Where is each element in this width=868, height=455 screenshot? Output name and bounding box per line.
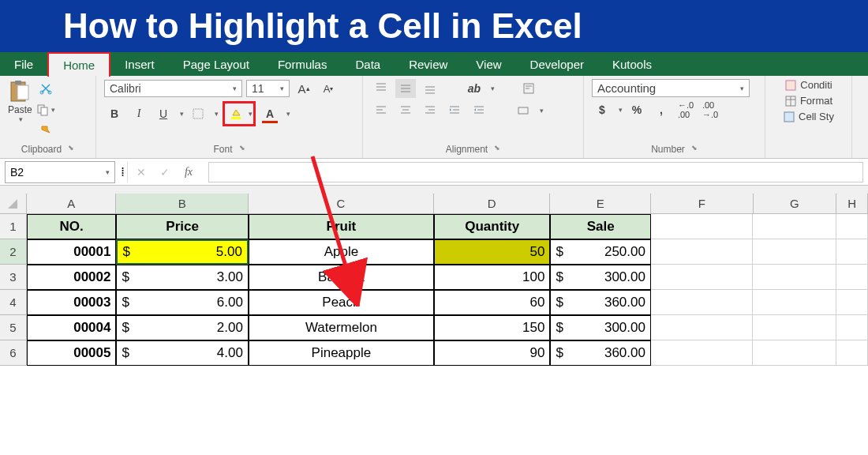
tab-insert[interactable]: Insert [110, 53, 169, 76]
currency-button[interactable]: $ [592, 100, 612, 119]
format-as-table-button[interactable]: Format [784, 95, 832, 107]
cell[interactable]: Apple [249, 239, 434, 265]
tab-review[interactable]: Review [395, 53, 462, 76]
fill-color-dropdown[interactable]: ▾ [249, 110, 253, 118]
cell[interactable]: Watermelon [249, 315, 434, 340]
row-header[interactable]: 2 [0, 239, 27, 265]
italic-button[interactable]: I [129, 104, 149, 123]
dialog-launcher-icon[interactable]: ⬊ [691, 144, 698, 155]
align-center-button[interactable] [395, 101, 416, 120]
cell[interactable]: 90 [434, 340, 550, 366]
font-size-combo[interactable]: 11▾ [246, 80, 290, 97]
cell[interactable] [836, 340, 868, 366]
cell[interactable] [651, 239, 754, 265]
cell[interactable]: Banana [249, 265, 434, 290]
cell[interactable]: 100 [434, 265, 550, 290]
orientation-button[interactable]: ab [464, 79, 485, 98]
increase-decimal-button[interactable]: ←.0.00 [675, 100, 696, 119]
cell[interactable] [651, 265, 754, 290]
column-header-d[interactable]: D [434, 194, 550, 214]
cell[interactable] [651, 214, 754, 239]
cell[interactable]: $300.00 [550, 265, 651, 290]
dialog-launcher-icon[interactable]: ⬊ [68, 144, 74, 155]
cell[interactable]: $250.00 [550, 239, 651, 265]
row-header[interactable]: 1 [0, 214, 27, 239]
align-right-button[interactable] [420, 101, 440, 120]
cell[interactable]: $300.00 [550, 315, 651, 340]
increase-indent-button[interactable] [469, 101, 489, 120]
decrease-font-button[interactable]: A▾ [318, 79, 339, 98]
cell[interactable] [753, 315, 836, 340]
underline-button[interactable]: U [153, 104, 174, 123]
tab-kutools[interactable]: Kutools [598, 53, 666, 76]
cell[interactable] [753, 239, 836, 265]
conditional-formatting-button[interactable]: Conditi [784, 79, 832, 92]
align-left-button[interactable] [371, 101, 391, 120]
tab-data[interactable]: Data [341, 53, 395, 76]
font-color-button[interactable]: A [260, 104, 280, 123]
cell[interactable]: 00004 [27, 315, 117, 340]
enter-formula-button[interactable]: ✓ [155, 163, 175, 182]
cell[interactable]: Price [116, 214, 248, 239]
column-header-c[interactable]: C [249, 194, 434, 214]
cell[interactable]: 150 [434, 315, 550, 340]
currency-dropdown[interactable]: ▾ [619, 106, 623, 114]
cell[interactable]: 00003 [27, 290, 117, 315]
column-header-e[interactable]: E [550, 194, 651, 214]
cell[interactable] [753, 214, 836, 239]
tab-home[interactable]: Home [47, 52, 110, 77]
cell[interactable]: 00002 [27, 265, 117, 290]
select-all-corner[interactable] [0, 194, 27, 214]
align-middle-button[interactable] [395, 79, 416, 98]
column-header-h[interactable]: H [836, 194, 868, 214]
dialog-launcher-icon[interactable]: ⬊ [494, 144, 500, 155]
cell[interactable]: $4.00 [116, 340, 248, 366]
cell[interactable]: $6.00 [116, 290, 248, 315]
merge-dropdown[interactable]: ▾ [540, 107, 544, 115]
cell[interactable] [836, 315, 868, 340]
orientation-dropdown[interactable]: ▾ [491, 85, 495, 92]
column-header-b[interactable]: B [116, 194, 248, 214]
merge-button[interactable] [513, 101, 533, 120]
dialog-launcher-icon[interactable]: ⬊ [239, 144, 245, 155]
cell[interactable] [836, 290, 868, 315]
font-name-combo[interactable]: Calibri▾ [104, 80, 242, 97]
row-header[interactable]: 6 [0, 340, 27, 366]
cell[interactable]: NO. [27, 214, 117, 239]
tab-view[interactable]: View [462, 53, 515, 76]
font-color-dropdown[interactable]: ▾ [286, 110, 290, 118]
cell[interactable] [753, 290, 836, 315]
decrease-indent-button[interactable] [444, 101, 465, 120]
cell[interactable]: Sale [550, 214, 651, 239]
cell[interactable]: 00005 [27, 340, 117, 366]
cell-styles-button[interactable]: Cell Sty [783, 111, 834, 123]
name-box[interactable]: B2▾ [5, 161, 115, 183]
align-top-button[interactable] [371, 79, 391, 98]
column-header-f[interactable]: F [651, 194, 754, 214]
cell[interactable] [651, 315, 754, 340]
cell[interactable]: $5.00 [116, 239, 248, 265]
percent-button[interactable]: % [627, 100, 647, 119]
borders-button[interactable] [188, 104, 208, 123]
cell[interactable]: 50 [434, 239, 550, 265]
cell[interactable]: $2.00 [116, 315, 248, 340]
insert-function-button[interactable]: fx [178, 163, 199, 182]
cell[interactable]: Fruit [249, 214, 434, 239]
wrap-text-button[interactable] [518, 79, 539, 98]
tab-file[interactable]: File [0, 53, 47, 76]
cancel-formula-button[interactable]: ✕ [131, 163, 152, 182]
cell[interactable] [836, 265, 868, 290]
cell[interactable]: $360.00 [550, 290, 651, 315]
cell[interactable]: 60 [434, 290, 550, 315]
decrease-decimal-button[interactable]: .00→.0 [700, 100, 720, 119]
cell[interactable] [836, 214, 868, 239]
row-header[interactable]: 5 [0, 315, 27, 340]
cell[interactable]: 00001 [27, 239, 117, 265]
cell[interactable]: Peach [249, 290, 434, 315]
increase-font-button[interactable]: A▴ [294, 79, 314, 98]
row-header[interactable]: 3 [0, 265, 27, 290]
cell[interactable] [651, 340, 754, 366]
formula-input[interactable] [208, 162, 863, 182]
borders-dropdown[interactable]: ▾ [215, 110, 219, 118]
column-header-g[interactable]: G [754, 194, 837, 214]
